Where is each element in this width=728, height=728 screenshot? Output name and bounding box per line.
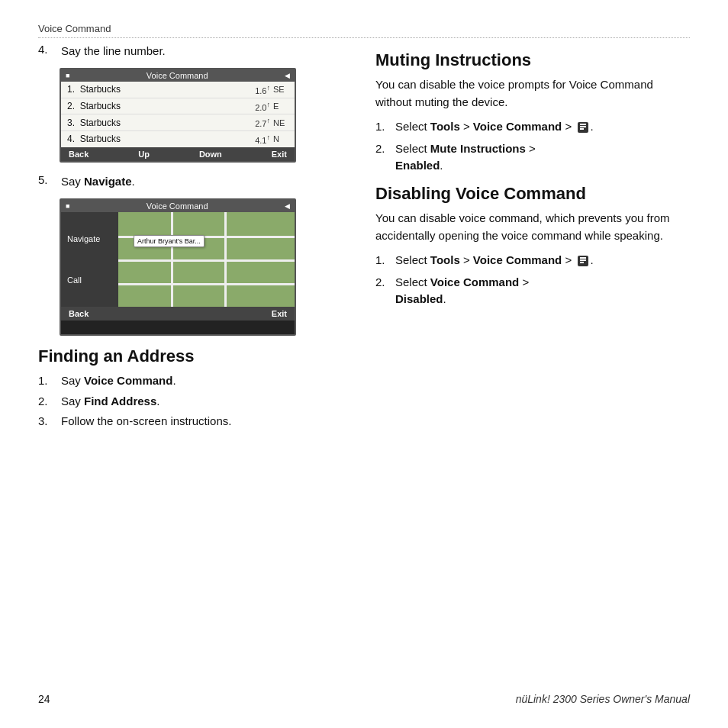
vc-header-right-icon: ◀: [285, 72, 290, 79]
finding-step-3-text: Follow the on-screen instructions.: [61, 413, 231, 430]
muting-step-2: 2. Select Mute Instructions >Enabled.: [375, 140, 690, 175]
disabling-title: Disabling Voice Command: [375, 184, 690, 204]
vc-up-btn[interactable]: Up: [138, 150, 150, 159]
muting-steps-list: 1. Select Tools > Voice Command > . 2.: [375, 118, 690, 175]
step-5-bold: Navigate: [84, 175, 132, 188]
finding-steps-list: 1. Say Voice Command. 2. Say Find Addres…: [38, 372, 353, 430]
vc-down-btn[interactable]: Down: [199, 150, 222, 159]
disabling-step-2: 2. Select Voice Command >Disabled.: [375, 274, 690, 308]
step-4-num: 4.: [38, 43, 56, 56]
disabling-step-2-num: 2.: [375, 274, 391, 292]
vc-exit-btn[interactable]: Exit: [272, 150, 287, 159]
muting-step-2-text: Select Mute Instructions >Enabled.: [395, 140, 536, 175]
map-header-right-icon: ◀: [285, 202, 290, 210]
map-call-item: Call: [64, 273, 115, 287]
svg-rect-2: [580, 126, 586, 127]
vc-list-header: ■ Voice Command ◀: [61, 69, 295, 82]
map-vc-header: ■ Voice Command ◀: [61, 200, 295, 212]
disabling-body: You can disable voice command, which pre…: [375, 210, 690, 244]
step-5: 5. Say Navigate.: [38, 173, 353, 189]
finding-step-1-text: Say Voice Command.: [61, 372, 176, 390]
disabling-step-1-text: Select Tools > Voice Command > .: [395, 252, 594, 269]
disabling-steps-list: 1. Select Tools > Voice Command > . 2.: [375, 252, 690, 308]
muting-step-1-text: Select Tools > Voice Command > .: [395, 118, 594, 136]
disabling-step-2-text: Select Voice Command >Disabled.: [395, 274, 529, 308]
page-number: 24: [38, 693, 50, 705]
map-image: Arthur Bryant's Bar...: [118, 212, 295, 307]
step-5-text: Say Navigate.: [61, 173, 135, 189]
map-back-btn[interactable]: Back: [69, 309, 89, 318]
manual-title: nüLink! 2300 Series Owner's Manual: [516, 693, 690, 705]
finding-step-1-num: 1.: [38, 372, 56, 390]
vc-back-btn[interactable]: Back: [69, 150, 89, 159]
muting-step-1: 1. Select Tools > Voice Command > .: [375, 118, 690, 136]
road-h2: [118, 259, 295, 262]
left-column: 4. Say the line number. ■ Voice Command …: [38, 43, 353, 685]
road-v1: [171, 212, 173, 307]
vc-header-title: Voice Command: [69, 71, 285, 80]
vc-row-2: 2. Starbucks 2.0↑ E: [61, 98, 295, 115]
page: Voice Command 4. Say the line number. ■ …: [0, 0, 728, 728]
muting-title: Muting Instructions: [375, 50, 690, 70]
step-4-text: Say the line number.: [61, 43, 166, 59]
finding-step-2-text: Say Find Address.: [61, 393, 159, 411]
step-5-num: 5.: [38, 173, 56, 186]
finding-step-2: 2. Say Find Address.: [38, 393, 353, 411]
vc-list-screenshot: ■ Voice Command ◀ 1. Starbucks 1.6↑ SE 2…: [60, 68, 296, 163]
map-exit-btn[interactable]: Exit: [272, 309, 287, 318]
svg-rect-6: [580, 259, 586, 261]
finding-step-1: 1. Say Voice Command.: [38, 372, 353, 390]
map-header-title: Voice Command: [69, 201, 285, 211]
vc-list-footer: Back Up Down Exit: [61, 147, 295, 161]
finding-step-3: 3. Follow the on-screen instructions.: [38, 413, 353, 430]
disabling-section: Disabling Voice Command You can disable …: [375, 184, 690, 308]
finding-step-3-num: 3.: [38, 413, 56, 430]
road-v2: [224, 212, 227, 307]
svg-rect-7: [580, 262, 584, 263]
right-column: Muting Instructions You can disable the …: [375, 43, 690, 685]
finding-address-section: Finding an Address 1. Say Voice Command.…: [38, 346, 353, 430]
breadcrumb: Voice Command: [38, 23, 690, 38]
finding-step-2-num: 2.: [38, 393, 56, 411]
disabling-step-1-num: 1.: [375, 252, 391, 269]
mic-icon-2: [576, 254, 590, 268]
muting-section: Muting Instructions You can disable the …: [375, 50, 690, 175]
road-h3: [118, 283, 295, 285]
svg-rect-5: [580, 257, 586, 259]
map-sidebar: Navigate Call: [61, 212, 118, 307]
vc-row-4: 4. Starbucks 4.1↑ N: [61, 131, 295, 147]
finding-title: Finding an Address: [38, 346, 353, 366]
svg-rect-1: [580, 124, 586, 125]
disabling-step-1: 1. Select Tools > Voice Command > .: [375, 252, 690, 269]
page-footer: 24 nüLink! 2300 Series Owner's Manual: [38, 685, 690, 705]
map-navigate-item: Navigate: [64, 232, 115, 246]
map-grid: Arthur Bryant's Bar...: [118, 212, 295, 307]
vc-row-1: 1. Starbucks 1.6↑ SE: [61, 82, 295, 98]
map-footer: Back Exit: [61, 307, 295, 321]
vc-row-3: 3. Starbucks 2.7↑ NE: [61, 114, 295, 131]
mic-icon-1: [576, 121, 590, 134]
muting-body: You can disable the voice prompts for Vo…: [375, 76, 690, 111]
step-4: 4. Say the line number.: [38, 43, 353, 59]
map-body: Navigate Call Arthur Bryant's Bar.: [61, 212, 295, 307]
map-tooltip-text: Arthur Bryant's Bar...: [137, 237, 201, 245]
map-screenshot: ■ Voice Command ◀ Navigate Call: [60, 198, 296, 336]
vc-results-list: 1. Starbucks 1.6↑ SE 2. Starbucks 2.0↑ E…: [61, 82, 295, 147]
svg-rect-3: [580, 128, 584, 130]
map-tooltip: Arthur Bryant's Bar...: [134, 235, 205, 247]
muting-step-2-num: 2.: [375, 140, 391, 158]
muting-step-1-num: 1.: [375, 118, 391, 136]
